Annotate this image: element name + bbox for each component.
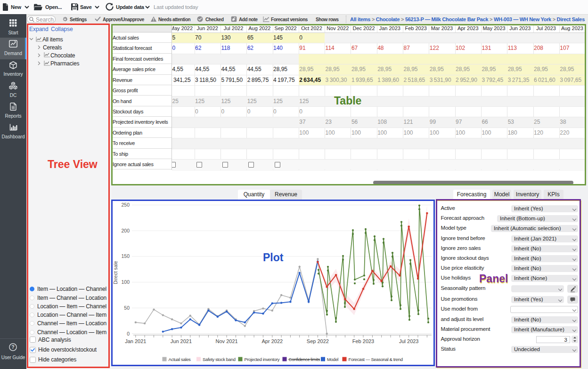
svg-text:?: ? [11,344,14,350]
